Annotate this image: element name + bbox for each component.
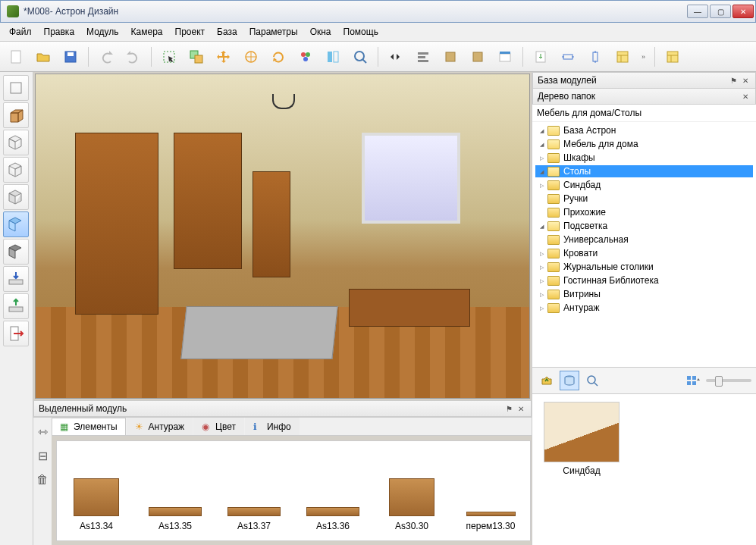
rotate-axis-button[interactable]: [240, 45, 262, 68]
maximize-button[interactable]: ▢: [710, 5, 731, 18]
close-button[interactable]: ✕: [732, 5, 754, 18]
tree-expand-icon[interactable]: [537, 181, 546, 189]
tree-expand-icon[interactable]: [537, 249, 546, 257]
panel-close-button[interactable]: ✕: [740, 91, 751, 102]
tab-инфо[interactable]: ℹИнфо: [245, 418, 300, 435]
shadow-button[interactable]: [3, 239, 29, 265]
tree-node[interactable]: Ручки: [535, 193, 753, 205]
menu-окна[interactable]: Окна: [304, 24, 337, 39]
thumb-size-slider[interactable]: [706, 379, 751, 382]
new-doc-button[interactable]: [5, 45, 27, 68]
palette-button[interactable]: [294, 45, 317, 68]
align-button[interactable]: [412, 45, 434, 68]
fit-v-button[interactable]: [584, 45, 607, 68]
tree-node[interactable]: Универсальная: [535, 233, 753, 246]
menu-проект[interactable]: Проект: [169, 24, 212, 39]
cube-iso-l-button[interactable]: [3, 130, 29, 155]
trash-button[interactable]: 🗑: [33, 471, 52, 489]
rotate-button[interactable]: [267, 45, 290, 68]
unknown-a-button[interactable]: [439, 45, 462, 68]
database-button[interactable]: [560, 371, 579, 390]
upload-button[interactable]: [3, 293, 29, 319]
tree-label: Мебель для дома: [563, 139, 638, 149]
gallery-item[interactable]: Синдбад: [540, 402, 623, 476]
tree-expand-icon[interactable]: [537, 154, 546, 161]
tab-элементы[interactable]: ▦Элементы: [52, 418, 126, 435]
tree-node[interactable]: Шкафы: [535, 152, 753, 164]
element-item[interactable]: As30.30: [381, 478, 442, 531]
select-group-button[interactable]: [185, 45, 208, 68]
tree-node[interactable]: База Астрон: [535, 124, 753, 136]
tree-expand-icon[interactable]: [537, 140, 546, 148]
tree-expand-icon[interactable]: [537, 277, 546, 284]
menu-база[interactable]: База: [211, 24, 243, 39]
menu-помощь[interactable]: Помощь: [337, 24, 384, 39]
tree-node[interactable]: Прихожие: [535, 206, 753, 218]
panel-close-button[interactable]: ✕: [740, 75, 751, 86]
element-item[interactable]: As13.36: [303, 507, 363, 531]
element-item[interactable]: As13.37: [224, 507, 284, 531]
panel-pin-button[interactable]: ⚑: [728, 75, 739, 86]
open-button[interactable]: [32, 45, 55, 68]
up-folder-button[interactable]: [537, 371, 557, 390]
slider-button[interactable]: ⊟: [33, 446, 52, 465]
tree-expand-icon[interactable]: [537, 304, 546, 312]
tree-label: Синдбад: [563, 180, 601, 190]
fit-h-button[interactable]: [557, 45, 579, 68]
layout-button[interactable]: [611, 45, 634, 68]
cube-iso-r-button[interactable]: [3, 157, 29, 183]
minimize-button[interactable]: —: [687, 5, 708, 18]
tree-node[interactable]: Витрины: [535, 288, 753, 300]
tab-антураж[interactable]: ☀Антураж: [127, 418, 193, 435]
cube-persp-button[interactable]: [3, 184, 29, 210]
panel-pin-button[interactable]: ⚑: [503, 403, 514, 414]
tab-цвет[interactable]: ◉Цвет: [193, 418, 244, 435]
cube-front-button[interactable]: [3, 102, 29, 128]
zoom-button[interactable]: [349, 45, 372, 68]
view-mode-button[interactable]: [683, 371, 703, 390]
slice-button[interactable]: [3, 211, 29, 237]
save-button[interactable]: [59, 45, 82, 68]
move-button[interactable]: [212, 45, 235, 68]
tree-expand-icon[interactable]: [537, 222, 546, 230]
zoom-button[interactable]: [582, 371, 602, 390]
unknown-b-button[interactable]: [466, 45, 489, 68]
menu-правка[interactable]: Правка: [38, 24, 81, 39]
tree-node[interactable]: Гостинная Библиотека: [535, 274, 753, 287]
menu-параметры[interactable]: Параметры: [243, 24, 304, 39]
tree-node[interactable]: Мебель для дома: [535, 138, 753, 150]
tree-expand-icon[interactable]: [537, 127, 546, 134]
select-button[interactable]: [158, 45, 180, 68]
menu-камера[interactable]: Камера: [125, 24, 169, 39]
folder-tree[interactable]: База АстронМебель для домаШкафыСтолыСинд…: [532, 122, 756, 367]
tree-node[interactable]: Журнальные столики: [535, 261, 753, 273]
tree-node[interactable]: Подсветка: [535, 220, 753, 232]
undo-button[interactable]: [95, 45, 118, 68]
mirror-h-button[interactable]: [384, 45, 407, 68]
flip-button[interactable]: [322, 45, 344, 68]
tree-node[interactable]: Антураж: [535, 302, 753, 314]
tree-node[interactable]: Синдбад: [535, 179, 753, 191]
exit-button[interactable]: [3, 321, 29, 346]
element-item[interactable]: As13.34: [66, 478, 127, 531]
tree-expand-icon[interactable]: [537, 168, 546, 175]
tree-node[interactable]: Столы: [535, 165, 753, 177]
svg-rect-37: [687, 376, 691, 380]
cube-wire-button[interactable]: [3, 75, 29, 101]
element-item[interactable]: перем13.30: [460, 512, 521, 531]
unknown-c-button[interactable]: [494, 45, 516, 68]
export-button[interactable]: [529, 45, 552, 68]
toolbar-overflow-button[interactable]: »: [638, 53, 648, 61]
tree-node[interactable]: Кровати: [535, 247, 753, 259]
download-button[interactable]: [3, 266, 29, 292]
mirror-button[interactable]: ⇿: [33, 422, 52, 440]
report-button[interactable]: [661, 45, 684, 68]
tree-expand-icon[interactable]: [537, 263, 546, 271]
3d-viewport[interactable]: [35, 74, 530, 399]
menu-модуль[interactable]: Модуль: [80, 24, 125, 39]
redo-button[interactable]: [122, 45, 145, 68]
element-item[interactable]: As13.35: [145, 507, 205, 531]
tree-expand-icon[interactable]: [537, 290, 546, 298]
panel-close-button[interactable]: ✕: [516, 403, 526, 414]
menu-файл[interactable]: Файл: [3, 24, 38, 39]
